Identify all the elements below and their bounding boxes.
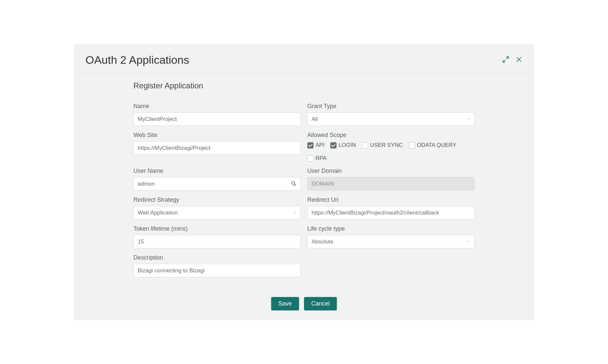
name-field: Name (133, 103, 301, 126)
checkbox-unchecked-icon (307, 155, 314, 162)
save-button[interactable]: Save (271, 297, 299, 310)
cancel-button[interactable]: Cancel (304, 297, 337, 310)
scope-rpa[interactable]: RPA (307, 155, 327, 162)
redirect-strategy-label: Redirect Strategy (133, 196, 301, 203)
user-domain-label: User Domain (307, 168, 475, 174)
oauth2-applications-dialog: OAuth 2 Applications Register Applicatio… (74, 44, 534, 320)
dialog-header-actions (502, 56, 523, 64)
name-label: Name (133, 103, 301, 110)
username-label: User Name (133, 168, 301, 174)
name-input[interactable] (133, 112, 301, 126)
scope-user-sync[interactable]: USER SYNC (362, 142, 403, 148)
dialog-header: OAuth 2 Applications (74, 44, 534, 73)
token-lifetime-label: Token lifetime (mins) (133, 225, 301, 232)
website-input[interactable] (133, 141, 301, 155)
scope-api[interactable]: API (307, 142, 324, 148)
scope-login-label: LOGIN (339, 142, 356, 148)
grant-type-select[interactable] (307, 112, 475, 126)
description-field: Description (133, 254, 301, 277)
svg-line-1 (503, 60, 505, 62)
dialog-footer: Save Cancel (133, 297, 475, 310)
life-cycle-type-select[interactable] (307, 235, 475, 248)
description-input[interactable] (133, 264, 301, 277)
checkbox-unchecked-icon (362, 142, 368, 148)
scope-odata-query-label: ODATA QUERY (417, 142, 456, 148)
token-lifetime-field: Token lifetime (mins) (133, 225, 301, 248)
scope-login[interactable]: LOGIN (330, 142, 356, 148)
redirect-strategy-value[interactable] (133, 206, 301, 219)
token-lifetime-input[interactable] (133, 235, 301, 248)
life-cycle-type-field: Life cycle type (307, 225, 475, 248)
checkbox-unchecked-icon (409, 142, 415, 148)
checkbox-checked-icon (307, 142, 314, 148)
checkbox-checked-icon (330, 142, 337, 148)
scope-odata-query[interactable]: ODATA QUERY (409, 142, 456, 148)
redirect-uri-field: Redirect Uri (307, 196, 475, 219)
svg-line-5 (294, 184, 296, 185)
user-domain-field: User Domain (307, 168, 475, 191)
username-field: User Name (133, 168, 301, 191)
scope-user-sync-label: USER SYNC (370, 142, 403, 148)
section-title: Register Application (133, 81, 475, 90)
svg-line-0 (506, 57, 508, 58)
dialog-body[interactable]: Register Application Name Grant Type (74, 73, 534, 318)
redirect-strategy-select[interactable] (133, 206, 301, 219)
allowed-scope-field: Allowed Scope API LOGIN USER SYNC ODATA … (307, 132, 475, 162)
redirect-uri-label: Redirect Uri (307, 196, 475, 203)
website-field: Web Site (133, 132, 301, 162)
close-icon[interactable] (515, 56, 523, 64)
scope-api-label: API (316, 142, 324, 148)
life-cycle-type-label: Life cycle type (307, 225, 475, 232)
username-input[interactable] (133, 177, 301, 191)
grant-type-value[interactable] (307, 112, 475, 126)
register-application-form: Name Grant Type Web Site (133, 103, 475, 277)
grant-type-field: Grant Type (307, 103, 475, 126)
dialog-title: OAuth 2 Applications (85, 54, 189, 66)
website-label: Web Site (133, 132, 301, 139)
life-cycle-type-value[interactable] (307, 235, 475, 248)
search-icon[interactable] (291, 180, 297, 188)
description-label: Description (133, 254, 301, 261)
redirect-strategy-field: Redirect Strategy (133, 196, 301, 219)
user-domain-input (307, 177, 475, 191)
redirect-uri-input[interactable] (307, 206, 475, 219)
scope-rpa-label: RPA (316, 155, 327, 162)
grant-type-label: Grant Type (307, 103, 475, 110)
allowed-scope-checkboxes: API LOGIN USER SYNC ODATA QUERY RPA (307, 142, 475, 162)
allowed-scope-label: Allowed Scope (307, 132, 475, 139)
expand-icon[interactable] (502, 56, 509, 64)
